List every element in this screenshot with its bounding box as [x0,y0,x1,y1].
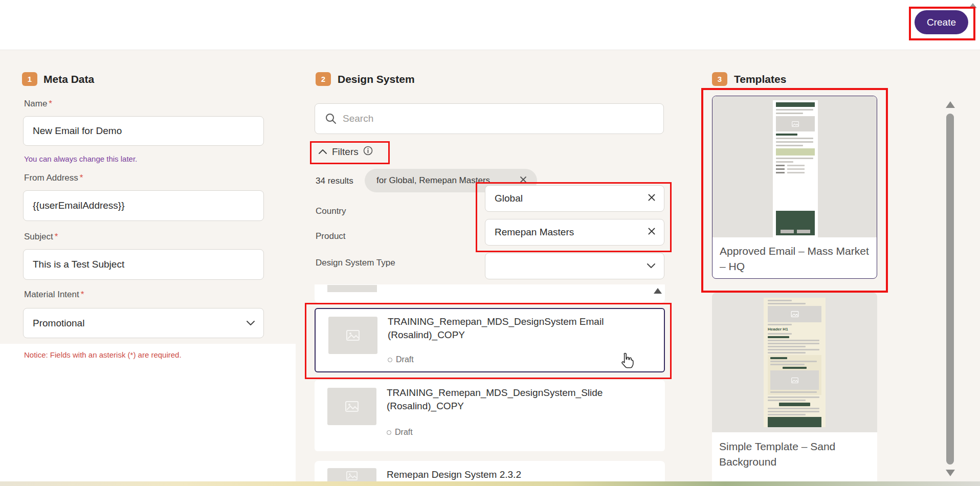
meta-data-section-title: Meta Data [43,73,94,85]
filters-toggle[interactable]: Filters [318,146,373,158]
country-label: Country [316,206,346,216]
draft-circle-icon [387,430,391,435]
design-system-item-selected[interactable]: TRAINING_Remepan_MDS_DesignSystem Email … [315,308,665,372]
status-badge: Draft [388,355,414,364]
item-thumbnail [327,388,376,425]
close-icon[interactable] [520,176,527,185]
filter-chip-label: for Global, Remepan Masters [376,175,490,186]
design-system-type-label: Design System Type [316,258,395,268]
image-placeholder-icon [346,471,358,480]
create-button[interactable]: Create [915,10,968,34]
design-system-section-title: Design System [338,73,415,85]
template-card-simple-template[interactable]: Header H1 Simple Templat [712,293,877,486]
image-placeholder-icon [346,330,360,341]
template-label: Approved Email – Mass Market – HQ [720,244,869,274]
design-system-item-title: TRAINING_Remepan_MDS_DesignSystem_Slide … [387,386,663,413]
step-3-badge: 3 [712,72,727,86]
email-preview: Header H1 [764,298,826,427]
name-label: Name* [24,99,52,109]
preview-header-text: Header H1 [768,327,821,332]
country-input[interactable] [485,193,664,204]
results-count: 34 results [316,176,353,186]
image-placeholder-icon [791,311,799,317]
search-input[interactable] [315,113,663,124]
info-icon[interactable] [363,146,373,158]
design-system-item-title: TRAINING_Remepan_MDS_DesignSystem Email … [388,315,664,342]
chevron-up-icon [318,147,327,157]
design-system-search-box [315,103,664,134]
clear-icon[interactable] [648,193,656,204]
product-label: Product [316,231,346,241]
email-preview [773,100,818,237]
required-asterisk: * [49,99,52,108]
scrollbar-down-arrow[interactable] [946,470,955,476]
image-placeholder-icon [791,378,798,383]
search-icon [325,113,337,126]
from-address-field-box [23,190,264,221]
from-address-input[interactable] [24,200,263,211]
subject-field-box [23,249,264,280]
scrollbar-up-arrow[interactable] [946,101,955,108]
top-bar [0,0,980,50]
name-helper-text: You can always change this later. [24,154,137,163]
list-scroll-up-arrow[interactable] [654,288,662,294]
bottom-left-white-area [0,344,296,486]
item-thumbnail [328,317,377,354]
design-system-item[interactable]: TRAINING_Remepan_MDS_DesignSystem_Slide … [315,380,665,451]
template-thumbnail: Header H1 [712,293,877,432]
thumbnail-edge [327,285,377,292]
list-item-partial[interactable] [315,284,665,303]
image-placeholder-icon [792,121,799,127]
country-filter-box [485,185,664,212]
chevron-down-icon [647,261,656,271]
product-filter-box [485,219,664,246]
required-asterisk: * [81,290,84,299]
template-thumbnail [712,96,877,237]
name-field-box [23,116,264,146]
design-system-item-title: Remepan Design System 2.3.2 [387,468,663,481]
clear-icon[interactable] [648,227,656,237]
image-placeholder-icon [345,401,359,412]
step-1-badge: 1 [22,72,37,86]
create-emails-screen: Create Emails Create 1 Meta Data Name* Y… [0,0,980,486]
window-scroll-top-arrow-icon [969,3,977,8]
product-input[interactable] [485,227,664,238]
name-input[interactable] [24,125,263,137]
status-badge: Draft [387,428,413,437]
template-card-approved-email[interactable]: Approved Email – Mass Market – HQ [712,96,877,279]
required-asterisk: * [80,173,83,183]
material-intent-select[interactable]: Promotional [23,308,264,338]
chevron-down-icon [246,319,255,328]
scrollbar-thumb[interactable] [946,114,954,465]
step-2-badge: 2 [316,72,331,86]
material-intent-value: Promotional [24,318,84,329]
filters-label: Filters [332,146,359,158]
templates-section-title: Templates [734,73,786,85]
subject-label: Subject* [24,232,58,242]
draft-circle-icon [388,358,392,362]
template-label: Simple Template – Sand Background [719,439,868,470]
required-asterisk: * [55,232,58,241]
subject-input[interactable] [24,259,263,270]
from-address-label: From Address* [24,173,83,183]
material-intent-label: Material Intent* [24,290,84,300]
bottom-edge-bar [0,481,980,486]
design-system-type-select[interactable] [485,253,664,279]
required-fields-notice: Notice: Fields with an asterisk (*) are … [24,350,182,359]
